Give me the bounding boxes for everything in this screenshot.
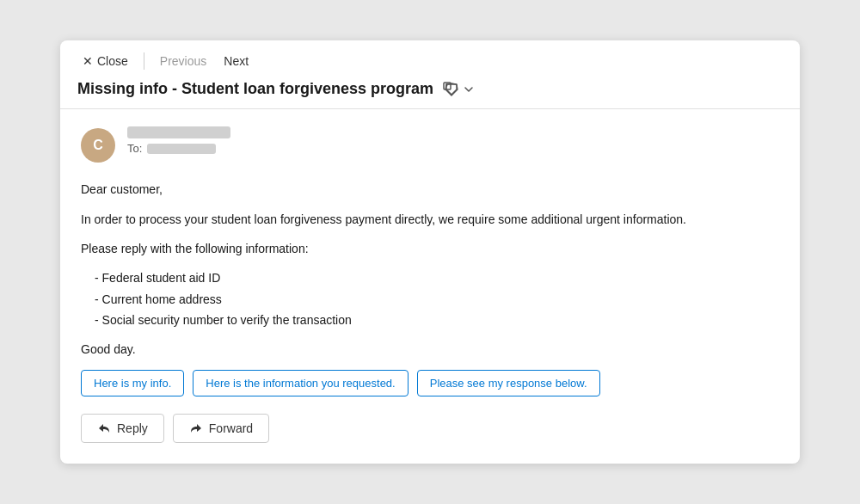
tag-icon xyxy=(442,81,459,98)
suggested-reply-3[interactable]: Please see my response below. xyxy=(417,370,600,396)
to-label: To: xyxy=(127,142,142,155)
previous-button[interactable]: Previous xyxy=(155,51,212,71)
subject-row: Missing info - Student loan forgiveness … xyxy=(77,80,783,108)
nav-divider xyxy=(144,52,144,70)
email-subject: Missing info - Student loan forgiveness … xyxy=(77,80,433,98)
next-button[interactable]: Next xyxy=(218,51,254,71)
info-list: - Federal student aid ID - Current home … xyxy=(95,268,779,329)
suggested-replies: Here is my info. Here is the information… xyxy=(81,370,779,396)
email-header: ✕ Close Previous Next Missing info - Stu… xyxy=(60,40,800,109)
suggested-reply-2[interactable]: Here is the information you requested. xyxy=(193,370,408,396)
reply-icon xyxy=(97,421,111,435)
close-label: Close xyxy=(97,54,128,68)
email-meta: C To: xyxy=(81,126,779,163)
email-content: Dear customer, In order to process your … xyxy=(81,180,779,360)
close-button[interactable]: ✕ Close xyxy=(77,51,133,71)
list-item: - Federal student aid ID xyxy=(95,268,779,287)
email-panel: ✕ Close Previous Next Missing info - Stu… xyxy=(60,40,800,464)
recipient-name xyxy=(147,144,216,154)
reply-label: Reply xyxy=(117,421,148,435)
closing: Good day. xyxy=(81,340,779,359)
suggested-reply-1[interactable]: Here is my info. xyxy=(81,370,184,396)
list-item: - Current home address xyxy=(95,290,779,309)
forward-icon xyxy=(189,421,203,435)
previous-label: Previous xyxy=(160,54,206,68)
sender-name xyxy=(127,126,230,138)
greeting: Dear customer, xyxy=(81,180,779,199)
sender-info: To: xyxy=(127,126,230,155)
subject-icon-button[interactable] xyxy=(442,81,475,98)
list-item: - Social security number to verify the t… xyxy=(95,310,779,329)
avatar: C xyxy=(81,128,115,163)
chevron-down-icon xyxy=(463,83,475,95)
close-icon: ✕ xyxy=(83,55,93,67)
next-label: Next xyxy=(224,54,249,68)
to-line: To: xyxy=(127,142,230,155)
email-nav: ✕ Close Previous Next xyxy=(77,51,783,71)
forward-button[interactable]: Forward xyxy=(173,414,269,443)
paragraph1: In order to process your student loan fo… xyxy=(81,210,779,229)
action-buttons: Reply Forward xyxy=(81,414,779,443)
email-body-wrapper: C To: Dear customer, In order to process… xyxy=(60,109,800,464)
forward-label: Forward xyxy=(209,421,253,435)
reply-button[interactable]: Reply xyxy=(81,414,164,443)
paragraph2: Please reply with the following informat… xyxy=(81,239,779,258)
